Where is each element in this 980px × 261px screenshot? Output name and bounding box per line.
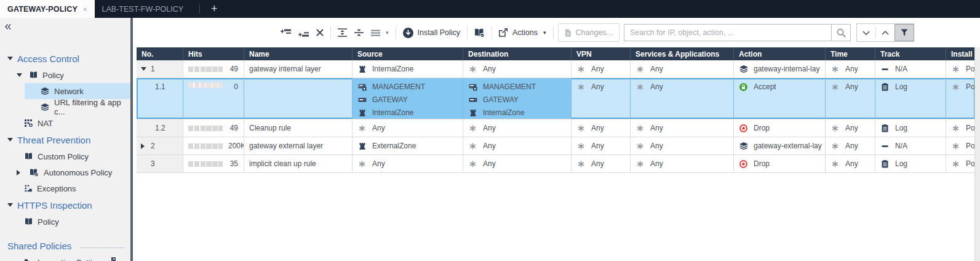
object-chip[interactable]: Any [831,65,858,73]
install-cell[interactable]: Po [946,137,975,155]
object-chip[interactable]: Log [880,124,907,132]
vpn-cell[interactable]: Any [572,78,631,119]
hits-cell[interactable]: 200K [183,137,244,155]
install-policy-button[interactable]: Install Policy [399,24,464,41]
object-chip[interactable]: Drop [739,159,770,168]
policy-settings-button[interactable] [471,24,488,41]
object-chip[interactable]: Log [880,159,907,168]
object-chip[interactable]: Any [635,142,663,150]
object-chip[interactable]: Any [576,82,604,91]
sidebar-item-url-filtering-app-c[interactable]: URL filtering & app c... [0,99,130,115]
vpn-cell[interactable]: Any [572,155,631,172]
table-row-1.1[interactable]: 1.10MANAGEMENTGATEWAYInternalZoneMANAGEM… [137,78,975,119]
object-chip[interactable]: gateway-external-lay [739,142,822,150]
object-chip[interactable]: GATEWAY [357,95,425,104]
track-cell[interactable]: Log [875,78,946,119]
column-header-action[interactable]: Action [734,47,826,60]
collapse-sidebar-icon[interactable] [5,21,11,32]
object-chip[interactable]: Accept [739,82,776,91]
object-chip[interactable]: Any [357,124,385,132]
object-chip[interactable]: Any [635,124,663,132]
sidebar-section-shared-policies[interactable]: Shared Policies [0,237,130,254]
object-chip[interactable]: Any [635,159,663,168]
object-chip[interactable]: Any [831,82,858,91]
vertical-scrollbar[interactable] [974,47,980,261]
object-chip[interactable]: InternalZone [357,65,413,73]
object-chip[interactable]: Any [831,124,858,132]
column-header-services[interactable]: Services & Applications [631,47,734,60]
services-cell[interactable]: Any [631,155,734,172]
action-cell[interactable]: Drop [734,119,826,137]
object-chip[interactable]: Any [635,82,663,91]
object-chip[interactable]: Any [576,124,604,132]
track-cell[interactable]: Log [875,155,946,172]
object-chip[interactable]: MANAGEMENT [357,82,425,91]
action-cell[interactable]: gateway-external-lay [734,137,826,155]
time-cell[interactable]: Any [826,78,875,119]
delete-rule-button[interactable] [313,24,327,41]
time-cell[interactable]: Any [826,60,875,78]
object-chip[interactable]: Any [576,142,604,150]
object-chip[interactable]: MANAGEMENT [468,82,536,91]
source-cell[interactable]: MANAGEMENTGATEWAYInternalZone [353,78,463,119]
object-chip[interactable]: Po [951,65,975,73]
source-cell[interactable]: Any [353,155,463,172]
sidebar-section-threat-prevention[interactable]: Threat Prevention [0,131,130,148]
table-row-1[interactable]: 149gateway internal layerInternalZoneAny… [137,60,975,78]
search-input[interactable] [624,24,831,41]
no-cell[interactable]: 1 [137,60,183,78]
object-chip[interactable]: Po [951,124,975,132]
sidebar-item-autonomous-policy[interactable]: Autonomous Policy [0,164,130,180]
destination-cell[interactable]: Any [463,119,572,137]
hits-cell[interactable]: 35 [183,155,244,172]
install-cell[interactable]: Po [946,78,975,119]
services-cell[interactable]: Any [631,78,734,119]
time-cell[interactable]: Any [826,155,875,172]
hits-cell[interactable]: 49 [183,119,244,137]
install-cell[interactable]: Po [946,119,975,137]
object-chip[interactable]: Any [357,159,385,168]
add-rule-below-button[interactable] [295,24,313,41]
no-cell[interactable]: 3 [137,155,183,172]
object-chip[interactable]: Any [576,65,604,73]
row-display-options-button[interactable]: ▾ [367,24,392,41]
tab-lab-test-fw-policy[interactable]: LAB-TEST-FW-POLICY [95,0,191,18]
actions-button[interactable]: Actions ▾ [495,24,550,41]
destination-cell[interactable]: Any [463,137,572,155]
source-cell[interactable]: InternalZone [353,60,463,78]
sidebar-section-https-inspection[interactable]: HTTPS Inspection [0,196,130,214]
object-chip[interactable]: Any [635,65,663,73]
destination-cell[interactable]: Any [463,155,572,172]
object-chip[interactable]: Any [468,65,496,73]
sidebar-item-custom-policy[interactable]: Custom Policy [0,148,130,164]
column-header-install[interactable]: Install [946,47,975,60]
previous-match-button[interactable] [876,25,894,41]
services-cell[interactable]: Any [631,119,734,137]
chevron-down-icon[interactable] [17,73,25,77]
vpn-cell[interactable]: Any [572,60,631,78]
sidebar-item-exceptions[interactable]: Exceptions [0,180,130,196]
object-chip[interactable]: Po [951,82,975,91]
name-cell[interactable]: Cleanup rule [244,119,353,137]
object-chip[interactable]: Any [468,142,496,150]
time-cell[interactable]: Any [826,119,875,137]
table-row-2[interactable]: 2200Kgateway external layerExternalZoneA… [137,137,975,155]
source-cell[interactable]: Any [353,119,463,137]
name-cell[interactable]: gateway internal layer [244,60,353,78]
vpn-cell[interactable]: Any [572,137,631,155]
sidebar-item-policy[interactable]: Policy [0,67,130,83]
object-chip[interactable]: ExternalZone [357,142,416,150]
no-cell[interactable]: 1.2 [137,119,183,137]
object-chip[interactable]: Any [831,142,858,150]
track-cell[interactable]: N/A [875,60,946,78]
object-chip[interactable]: Any [576,159,604,168]
sidebar-item-policy[interactable]: Policy [0,214,130,230]
sidebar-item-inspection-settings[interactable]: Inspection Settings [0,254,130,261]
sidebar-section-access-control[interactable]: Access Control [0,50,130,67]
close-tab-icon[interactable]: × [83,6,87,13]
changes-button[interactable]: Changes... [558,23,619,42]
filter-button[interactable] [895,25,914,41]
name-cell[interactable]: implicit clean up rule [244,155,353,172]
object-chip[interactable]: N/A [880,65,907,73]
next-match-button[interactable] [857,25,875,41]
